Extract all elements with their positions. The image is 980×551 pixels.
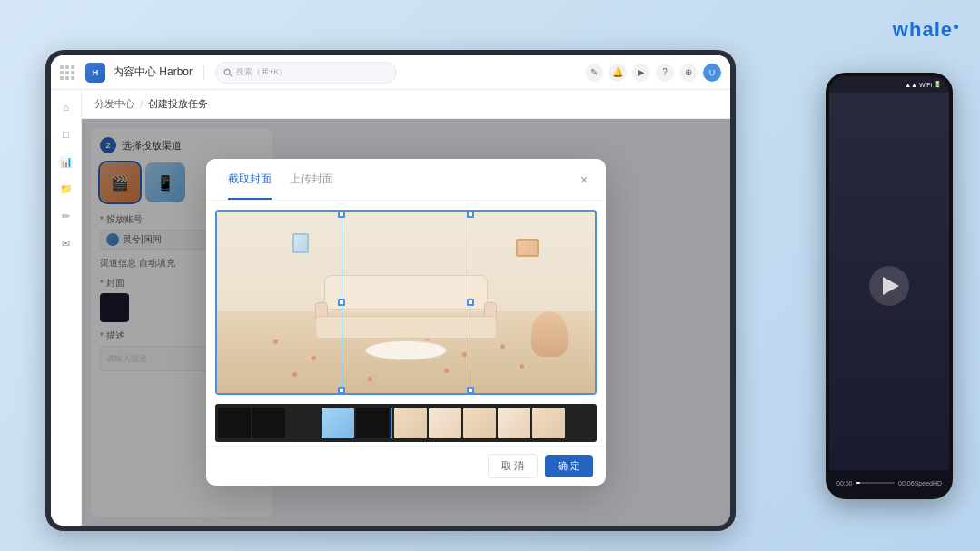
video-progress-fill — [856, 482, 860, 484]
phone-bottom-bar: 00:00 00:06 Speed HD — [829, 470, 949, 496]
film-thumb-7[interactable] — [429, 408, 461, 438]
avatar-icon[interactable]: U — [703, 64, 721, 82]
phone-inner: ▲▲ WiFi 🔋 00:00 00:06 Speed HD — [829, 76, 949, 496]
phone-status-bar: ▲▲ WiFi 🔋 — [829, 76, 949, 93]
phone-time-current: 00:00 — [836, 480, 853, 487]
sidebar-icon-mail[interactable]: ✉ — [56, 233, 76, 253]
modal-tab-upload[interactable]: 上传封面 — [281, 168, 342, 191]
svg-point-0 — [224, 69, 230, 74]
wall-art — [516, 239, 539, 257]
sidebar-icon-pen[interactable]: ✏ — [56, 206, 76, 226]
crop-handle-bottom-left[interactable] — [338, 387, 345, 393]
whale-logo: whale — [893, 18, 958, 42]
film-thumb-9[interactable] — [498, 408, 530, 438]
phone-wifi: WiFi — [919, 82, 932, 88]
play-triangle-icon — [883, 277, 899, 295]
deco-item — [531, 311, 568, 357]
sidebar-icon-folder[interactable]: 📁 — [56, 179, 76, 199]
wall-art-2 — [292, 233, 309, 253]
phone-battery: 🔋 — [934, 81, 942, 88]
phone-signal: ▲▲ — [905, 82, 917, 88]
svg-line-1 — [230, 74, 233, 76]
film-thumb-4[interactable] — [322, 408, 354, 438]
top-bar-icons: ✎ 🔔 ▶ ? ⊕ U — [585, 64, 721, 82]
main-layout: ⌂ □ 📊 📁 ✏ ✉ 分发中心 / 创建投放任务 — [51, 90, 730, 526]
modal-footer: 取 消 确 定 — [206, 446, 606, 486]
modal-tab-capture[interactable]: 截取封面 — [219, 168, 281, 191]
film-thumb-8[interactable] — [463, 408, 496, 438]
film-thumb-6[interactable] — [394, 408, 427, 438]
film-thumb-3[interactable] — [287, 408, 320, 438]
play-icon[interactable]: ▶ — [632, 64, 650, 82]
crop-handle-bottom-right[interactable] — [467, 387, 474, 393]
video-progress-bar[interactable] — [856, 482, 896, 484]
filmstrip[interactable] — [215, 404, 597, 442]
search-icon — [223, 68, 233, 77]
film-thumb-2[interactable] — [252, 408, 285, 438]
search-placeholder: 搜索（⌘+K） — [236, 66, 287, 78]
whale-dot-icon — [954, 25, 958, 29]
crop-handle-top-left[interactable] — [338, 212, 345, 218]
breadcrumb: 分发中心 / 创建投放任务 — [82, 90, 730, 119]
film-thumb-10[interactable] — [532, 408, 565, 438]
modal-dialog: 截取封面 上传封面 × — [206, 159, 606, 486]
crop-handle-top-right[interactable] — [467, 212, 474, 218]
resolution-badge: HD — [933, 480, 942, 487]
browser-content: H 内容中心 Harbor 搜索（⌘+K） ✎ 🔔 ▶ ? ⊕ U — [51, 55, 730, 526]
film-thumb-1[interactable] — [218, 408, 251, 438]
sofa-back — [324, 275, 488, 310]
modal-close-button[interactable]: × — [575, 171, 593, 189]
top-bar: H 内容中心 Harbor 搜索（⌘+K） ✎ 🔔 ▶ ? ⊕ U — [51, 55, 730, 90]
edit-icon[interactable]: ✎ — [585, 64, 603, 82]
modal-overlay: 截取封面 上传封面 × — [82, 119, 730, 526]
content-area: 分发中心 / 创建投放任务 2 选择投放渠道 🎬 — [82, 90, 730, 526]
play-button[interactable] — [869, 266, 909, 306]
search-bar[interactable]: 搜索（⌘+K） — [215, 62, 397, 84]
sidebar-icon-page[interactable]: □ — [56, 124, 76, 144]
breadcrumb-parent: 分发中心 — [94, 97, 134, 111]
confirm-button[interactable]: 确 定 — [545, 455, 593, 477]
app-title: 内容中心 Harbor — [113, 64, 193, 80]
lang-icon[interactable]: ⊕ — [679, 64, 698, 82]
breadcrumb-separator: / — [140, 99, 143, 110]
film-thumb-5[interactable] — [356, 408, 389, 438]
modal-header: 截取封面 上传封面 × — [206, 159, 606, 201]
film-playhead-divider — [391, 408, 392, 438]
room-scene — [217, 212, 595, 393]
divider — [203, 65, 204, 80]
phone-frame: ▲▲ WiFi 🔋 00:00 00:06 Speed HD — [826, 73, 953, 499]
crop-handle-mid-left[interactable] — [338, 299, 345, 306]
crop-handle-mid-right[interactable] — [467, 299, 474, 306]
bell-icon[interactable]: 🔔 — [609, 64, 627, 82]
whale-logo-text: whale — [893, 18, 953, 41]
image-preview — [217, 212, 595, 393]
grid-icon — [60, 65, 74, 80]
phone-screen: ▲▲ WiFi 🔋 00:00 00:06 Speed HD — [829, 76, 949, 496]
page-content: 2 选择投放渠道 🎬 📱 — [82, 119, 730, 526]
app-logo-icon: H — [85, 63, 105, 83]
help-icon[interactable]: ? — [656, 64, 674, 82]
sidebar-icon-chart[interactable]: 📊 — [56, 152, 76, 172]
image-crop-container[interactable] — [215, 210, 597, 395]
sidebar-icon-home[interactable]: ⌂ — [56, 97, 76, 117]
phone-time-total: 00:06 — [898, 480, 915, 487]
speed-label: Speed — [915, 480, 933, 487]
tablet-frame: H 内容中心 Harbor 搜索（⌘+K） ✎ 🔔 ▶ ? ⊕ U — [45, 50, 736, 531]
sidebar-icons: ⌂ □ 📊 📁 ✏ ✉ — [51, 90, 82, 526]
cancel-button[interactable]: 取 消 — [488, 454, 538, 478]
breadcrumb-current: 创建投放任务 — [148, 97, 208, 111]
coffee-table — [365, 340, 447, 360]
